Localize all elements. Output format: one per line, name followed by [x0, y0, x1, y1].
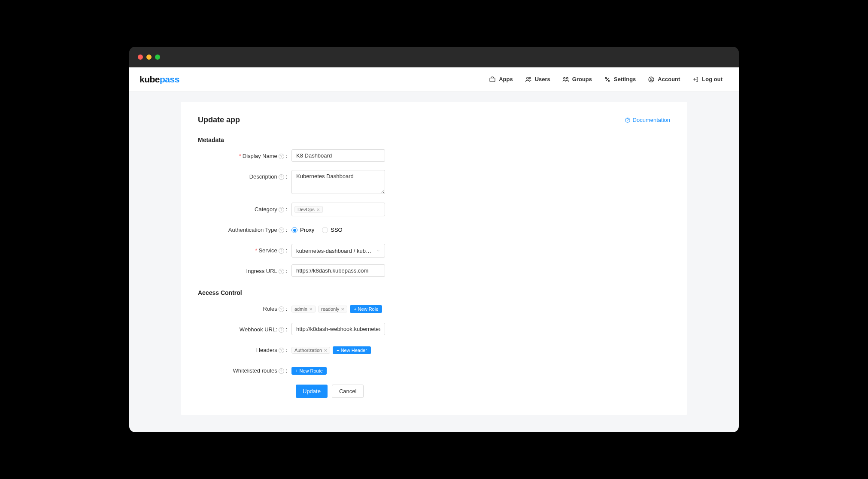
remove-tag-icon[interactable]: ✕	[341, 307, 344, 312]
help-icon[interactable]: ?	[279, 348, 284, 353]
ingress-url-input[interactable]	[291, 264, 385, 277]
nav-groups-label: Groups	[572, 76, 592, 82]
cancel-button[interactable]: Cancel	[332, 385, 364, 398]
window-minimize-button[interactable]	[146, 55, 152, 60]
help-icon	[625, 117, 631, 123]
remove-tag-icon[interactable]: ✕	[316, 207, 320, 212]
new-role-button[interactable]: + New Role	[350, 305, 382, 313]
window-maximize-button[interactable]	[155, 55, 160, 60]
svg-rect-0	[490, 78, 495, 82]
update-button[interactable]: Update	[296, 385, 328, 398]
display-name-input[interactable]	[291, 149, 385, 162]
page-title: Update app	[198, 115, 240, 124]
description-input[interactable]	[291, 170, 385, 194]
help-icon[interactable]: ?	[279, 306, 284, 312]
nav-logout-label: Log out	[702, 76, 722, 82]
role-tag[interactable]: admin✕	[291, 306, 316, 312]
titlebar	[129, 47, 739, 67]
remove-tag-icon[interactable]: ✕	[324, 348, 327, 353]
svg-point-4	[566, 77, 568, 79]
radio-icon	[291, 227, 297, 233]
help-icon[interactable]: ?	[279, 174, 284, 180]
header-tag[interactable]: Authorization✕	[291, 347, 330, 354]
app-body: kubepass Apps Users Groups Settings A	[129, 67, 739, 432]
top-nav: kubepass Apps Users Groups Settings A	[129, 67, 739, 91]
users-icon	[525, 76, 532, 83]
new-header-button[interactable]: + New Header	[333, 346, 371, 354]
category-tag[interactable]: DevOps✕	[294, 206, 323, 213]
nav-apps[interactable]: Apps	[483, 76, 519, 83]
settings-icon	[604, 76, 611, 83]
app-window: kubepass Apps Users Groups Settings A	[129, 47, 739, 432]
account-icon	[648, 76, 655, 83]
section-access-control: Access Control	[198, 289, 670, 296]
help-icon[interactable]: ?	[279, 368, 284, 374]
nav-settings-label: Settings	[614, 76, 636, 82]
svg-point-1	[526, 77, 528, 79]
label-ingress-url: Ingress URL? :	[198, 264, 291, 278]
label-display-name: *Display Name? :	[198, 149, 291, 163]
window-close-button[interactable]	[138, 55, 143, 60]
form-card: Update app Documentation Metadata *Displ…	[181, 102, 687, 415]
svg-point-2	[529, 77, 530, 79]
nav-users-label: Users	[535, 76, 550, 82]
label-whitelisted-routes: Whitelisted routes? :	[198, 364, 291, 378]
service-select[interactable]: kubernetes-dashboard / kubernetes-...	[291, 244, 385, 258]
logout-icon	[692, 76, 699, 83]
documentation-link[interactable]: Documentation	[625, 117, 670, 123]
help-icon[interactable]: ?	[279, 327, 284, 333]
service-value: kubernetes-dashboard / kubernetes-...	[296, 248, 373, 254]
logo-part-2: pass	[160, 74, 179, 84]
svg-point-8	[650, 78, 652, 79]
help-icon[interactable]: ?	[279, 248, 284, 254]
nav-groups[interactable]: Groups	[556, 76, 598, 83]
documentation-label: Documentation	[633, 117, 670, 123]
nav-apps-label: Apps	[499, 76, 513, 82]
nav-users[interactable]: Users	[519, 76, 556, 83]
nav-settings[interactable]: Settings	[598, 76, 642, 83]
auth-type-sso[interactable]: SSO	[322, 223, 342, 237]
nav-account[interactable]: Account	[642, 76, 686, 83]
auth-type-proxy[interactable]: Proxy	[291, 223, 314, 237]
apps-icon	[489, 76, 496, 83]
webhook-url-input[interactable]	[291, 323, 385, 335]
logo-part-1: kube	[140, 74, 160, 84]
role-tag[interactable]: readonly✕	[318, 306, 347, 312]
chevron-down-icon	[376, 249, 380, 253]
logo[interactable]: kubepass	[140, 74, 179, 85]
nav-account-label: Account	[658, 76, 680, 82]
label-headers: Headers? :	[198, 343, 291, 357]
label-description: Description? :	[198, 170, 291, 184]
label-roles: Roles? :	[198, 302, 291, 316]
category-input[interactable]: DevOps✕	[291, 203, 385, 216]
label-auth-type: Authentication Type? :	[198, 223, 291, 237]
nav-logout[interactable]: Log out	[686, 76, 728, 83]
radio-icon	[322, 227, 328, 233]
groups-icon	[562, 76, 569, 83]
label-category: Category? :	[198, 203, 291, 216]
label-service: *Service? :	[198, 244, 291, 258]
section-metadata: Metadata	[198, 136, 670, 143]
help-icon[interactable]: ?	[279, 207, 284, 212]
label-webhook-url: Webhook URL:? :	[198, 323, 291, 337]
help-icon[interactable]: ?	[279, 227, 284, 233]
help-icon[interactable]: ?	[279, 269, 284, 274]
new-route-button[interactable]: + New Route	[291, 367, 327, 375]
svg-point-3	[563, 77, 565, 79]
help-icon[interactable]: ?	[279, 154, 284, 159]
remove-tag-icon[interactable]: ✕	[309, 307, 313, 312]
